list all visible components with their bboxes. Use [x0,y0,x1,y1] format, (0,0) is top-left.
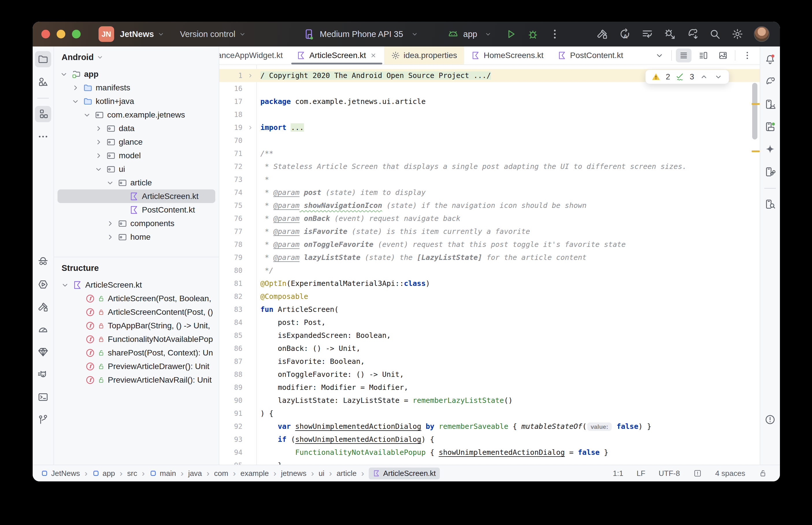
breadcrumb-item-articlescreen-kt[interactable]: ArticleScreen.kt [369,467,440,479]
project-name[interactable]: JetNews [120,29,154,39]
line-number[interactable]: 91 [219,409,244,418]
warning-stripe-mark[interactable] [752,103,760,105]
code-line-70[interactable]: 70 [219,134,760,147]
line-number[interactable]: 77 [219,228,244,236]
breadcrumb-item-ui[interactable]: ui [319,469,324,478]
line-number[interactable]: 80 [219,267,244,275]
chevron-right-icon[interactable] [94,124,103,133]
spy-tool-button[interactable] [35,254,51,270]
line-number[interactable]: 87 [219,358,244,365]
terminal-tool-button[interactable] [35,389,51,405]
line-number[interactable]: 74 [219,189,244,197]
project-badge[interactable]: JN [99,26,114,42]
maximize-window-button[interactable] [72,30,80,39]
code-line-81[interactable]: 81@OptIn(ExperimentalMaterial3Api::class… [219,277,760,290]
breadcrumb-item-article[interactable]: article [337,469,357,478]
line-number[interactable]: 84 [219,318,244,327]
tree-item-kotlin-java[interactable]: kotlin+java [58,94,215,108]
breadcrumb-item-app[interactable]: app [92,469,115,478]
code-line-83[interactable]: 83fun ArticleScreen( [219,303,760,316]
chevron-down-icon[interactable] [59,70,69,79]
code-line-80[interactable]: 80 */ [219,264,760,277]
line-number[interactable]: 16 [219,85,244,93]
more-actions-icon[interactable] [549,28,561,40]
device-manager-tool-button[interactable] [762,96,778,112]
chevron-down-icon[interactable] [94,165,103,174]
tree-item-data[interactable]: data [58,122,215,135]
breadcrumb-item-jetnews[interactable]: jetnews [281,469,306,478]
profiler-lines-icon[interactable] [641,28,653,40]
caret-position[interactable]: 1:1 [613,469,623,478]
line-number[interactable]: 85 [219,331,244,340]
code-line-72[interactable]: 72 * Stateless Article Screen that displ… [219,160,760,173]
code-line-91[interactable]: 91) { [219,407,760,420]
chevron-down-icon[interactable] [82,110,92,120]
code-line-87[interactable]: 87 isFavorite: Boolean, [219,355,760,368]
line-number[interactable]: 82 [219,292,244,301]
code-line-82[interactable]: 82@Composable [219,290,760,303]
line-number[interactable]: 72 [219,163,244,171]
code-line-85[interactable]: 85 isExpandedScreen: Boolean, [219,329,760,342]
tree-item-article[interactable]: article [58,176,215,190]
build-hammer-tool-button[interactable] [35,299,51,315]
tab-postcontent-kt[interactable]: PostContent.kt [550,46,630,64]
tree-item-home[interactable]: home [58,230,215,244]
more-horizontal-tool-button[interactable] [35,129,51,145]
line-number[interactable]: 86 [219,345,244,352]
code-line-73[interactable]: 73 * [219,173,760,186]
breadcrumb-item-main[interactable]: main [149,469,176,478]
tree-item-glance[interactable]: glance [58,135,215,149]
breadcrumb-item-com[interactable]: com [214,469,228,478]
line-number[interactable]: 18 [219,110,244,119]
code-editor[interactable]: 1/ Copyright 2020 The Android Open Sourc… [219,65,760,465]
code-line-88[interactable]: 88 onToggleFavorite: () -> Unit, [219,368,760,381]
code-line-95[interactable]: 95 } [219,459,760,465]
tree-item-app[interactable]: app [58,67,215,81]
structure-function[interactable]: fTopAppBar(String, () -> Unit, [58,319,215,332]
line-number[interactable]: 90 [219,396,244,405]
code-line-78[interactable]: 78 * @param onToggleFavorite (event) req… [219,238,760,251]
bell-badge-tool-button[interactable] [762,51,778,67]
code-line-17[interactable]: 17package com.example.jetnews.ui.article [219,95,760,108]
exclamation-circle-tool-button[interactable] [762,411,778,428]
line-number[interactable]: 83 [219,305,244,314]
structure-function[interactable]: fArticleScreenContent(Post, () [58,305,215,319]
line-number[interactable]: 81 [219,280,244,288]
lock-open-icon[interactable] [758,469,767,478]
close-tab-icon[interactable] [370,52,377,59]
logcat-cat-tool-button[interactable] [35,366,51,382]
line-number[interactable]: 75 [219,201,244,210]
image-preview-button[interactable] [715,48,731,62]
line-number[interactable]: 1 [219,72,244,80]
project-view-header[interactable]: Android [54,46,219,65]
tree-item-articlescreen-kt[interactable]: ArticleScreen.kt [58,190,215,203]
code-line-18[interactable]: 18 [219,108,760,121]
breadcrumb-item-jetnews[interactable]: JetNews [41,469,80,478]
typo-count[interactable]: 3 [690,73,694,81]
structure-function[interactable]: fPreviewArticleDrawer(): Unit [58,360,215,373]
code-line-86[interactable]: 86 onBack: () -> Unit, [219,342,760,355]
line-ending[interactable]: LF [637,469,645,478]
code-line-79[interactable]: 79 * @param lazyListState (state) the [L… [219,251,760,264]
kebab-vertical-button[interactable] [739,48,755,62]
search-icon[interactable] [709,28,721,40]
tree-item-manifests[interactable]: manifests [58,81,215,94]
gemini-sparkle-tool-button[interactable] [762,141,778,158]
chevron-down-icon[interactable] [71,97,80,106]
code-line-93[interactable]: 93 if (showUnimplementedActionDialog) { [219,433,760,446]
gradle-elephant-tool-button[interactable] [762,74,778,90]
tree-item-components[interactable]: components [58,216,215,230]
structure-function[interactable]: fsharePost(Post, Context): Un [58,346,215,360]
line-number[interactable]: 79 [219,254,244,261]
line-number[interactable]: 92 [219,422,244,431]
hexagon-play-tool-button[interactable] [35,276,51,292]
code-line-84[interactable]: 84 post: Post, [219,316,760,329]
tab-homescreens-kt[interactable]: HomeScreens.kt [464,46,550,64]
line-number[interactable]: 17 [219,97,244,106]
code-line-89[interactable]: 89 modifier: Modifier = Modifier, [219,381,760,394]
structure-function[interactable]: fArticleScreen(Post, Boolean, [58,292,215,305]
debug-bug-icon[interactable] [527,28,539,40]
line-number[interactable]: 93 [219,435,244,444]
vcs-menu[interactable]: Version control [180,29,236,39]
diamond-tool-button[interactable] [35,344,51,360]
